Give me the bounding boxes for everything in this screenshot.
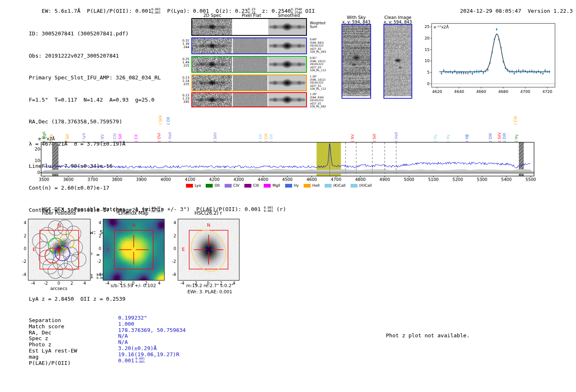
data-point (500, 47, 502, 49)
panel-y-tick: -4 (166, 272, 176, 277)
fiber-circle (58, 263, 73, 278)
data-point (476, 71, 477, 72)
data-point (465, 72, 466, 74)
panel-y-tick: 4 (16, 220, 26, 225)
info-radec: RA,Dec (178.376358,50.759579) (29, 118, 164, 125)
data-point (520, 71, 521, 72)
match-table-value: N/A (118, 339, 128, 345)
data-point (483, 72, 484, 73)
match-table-row: mag19.16(19.06,19.27)R (29, 354, 77, 360)
legend-swatch (244, 184, 251, 188)
cutout-right-label: 1.26"(598, 1012)20191222v027_01326_RL_11… (310, 75, 331, 91)
x-tick-label: 3600 (61, 177, 75, 182)
panel-y-tick: 0 (166, 246, 176, 251)
panel-y-tick: -4 (16, 272, 26, 277)
x-tick-label: 4300 (232, 177, 246, 182)
legend-item: CIII (244, 183, 259, 188)
data-point (518, 70, 519, 71)
pixel-flat-image (233, 19, 267, 35)
data-point (474, 71, 475, 72)
x-tick-label: 4200 (207, 177, 221, 182)
x-tick-label: 3700 (86, 177, 100, 182)
panel-x-tick: 2 (67, 281, 77, 285)
data-point (549, 71, 550, 72)
data-point (494, 39, 495, 40)
emission-line-label: ( CIII (514, 116, 518, 125)
x-tick-label: 4600 (305, 177, 319, 182)
compass-north: N (58, 223, 61, 228)
x-tick-label: 5400 (499, 177, 513, 182)
legend-item: (K)CaII (325, 183, 346, 188)
svg-text:5: 5 (427, 70, 430, 74)
match-table-row: Photo zN/A (29, 342, 77, 348)
line-fit-plot: 4620464046604680470047200510152025e⁻¹⁷x2… (422, 20, 562, 100)
data-point (454, 70, 455, 72)
pixel-flat-image (233, 93, 267, 107)
legend-swatch (285, 184, 292, 188)
emission-line-label: ( SiIV (159, 115, 163, 125)
panel-y-tick: 0 (16, 246, 26, 251)
data-point (481, 70, 482, 72)
panel-y-tick: 2 (91, 234, 101, 238)
data-point (505, 67, 506, 69)
panel-y-tick: 4 (91, 220, 101, 225)
legend-item: MgII (264, 183, 280, 188)
x-tick-label: 4100 (183, 177, 197, 182)
with-sky-image (341, 24, 371, 99)
col-header-pixel-flat: Pixel Flat (234, 13, 269, 18)
compass-north: N (207, 223, 210, 228)
svg-text:15: 15 (425, 47, 430, 52)
x-tick-label: 3500 (37, 177, 51, 182)
data-point (540, 72, 541, 73)
full-spectrum-plot (35, 139, 539, 181)
svg-text:10: 10 (425, 58, 430, 63)
legend-swatch (351, 184, 358, 188)
data-point (525, 70, 526, 72)
pixel-flat-image (233, 57, 267, 72)
panel-x-tick: -4 (28, 281, 38, 285)
match-table-label: Est LyA rest-EW (29, 348, 77, 354)
cutout-right-label: 1.28"(594, 834)20191222v027_01326_RL_092 (310, 93, 331, 109)
match-table-label: P(LAE)/P(OII) (29, 360, 77, 366)
lineflux-caption: s/b: 15.59 +/- 0.102 (98, 283, 169, 288)
photz-note: Phot z plot not available. (386, 332, 470, 339)
info-obs: Obs: 20191222v027_3005207841 (29, 53, 164, 59)
compass-east: E (182, 247, 185, 252)
cutout-row (191, 56, 307, 73)
spec2d-image (192, 38, 232, 53)
hsc-caption-2: EWr: 3. PLAE: 0.001 (173, 289, 247, 295)
data-point (496, 29, 497, 30)
data-point (447, 72, 448, 73)
smoothed-image (268, 38, 306, 53)
cutout-row (191, 18, 307, 36)
col-header-smoothed: Smoothed (270, 13, 308, 18)
data-point (458, 72, 460, 73)
legend-item: HeII (304, 183, 320, 188)
match-table-row: Separation0.199232" (29, 318, 77, 324)
cutout-row (191, 37, 307, 54)
match-table-label: Match score (29, 324, 77, 330)
hsc-cutout-title: HSC(26.2) r (178, 210, 239, 216)
panel-x-tick: 4 (80, 281, 90, 285)
legend-swatch (186, 184, 193, 188)
match-table-label: mag (29, 354, 77, 360)
with-sky-title: With Skyx, y: 594, 843 (338, 15, 374, 25)
legend-swatch (264, 184, 271, 188)
info-primary-spec: Primary Spec_Slot_IFU_AMP: 326_082_034_R… (29, 74, 164, 81)
x-tick-label: 5100 (426, 177, 440, 182)
data-point (511, 71, 513, 72)
data-point (531, 71, 532, 72)
data-point (502, 60, 504, 62)
x-tick-label: 5300 (475, 177, 489, 182)
match-table-value: 178.376369, 50.759634 (118, 327, 186, 333)
emission-line-label: ( OII (167, 117, 170, 125)
data-point (487, 69, 488, 70)
legend-item: (H)CaII (351, 183, 372, 188)
data-point (527, 71, 528, 72)
cutout-left-label: 0.311.39244 (178, 39, 189, 49)
data-point (461, 72, 462, 73)
match-table-row: Spec zN/A (29, 336, 77, 342)
data-point (513, 72, 515, 74)
spec2d-image (192, 75, 232, 90)
match-table-value: N/A (118, 333, 128, 339)
